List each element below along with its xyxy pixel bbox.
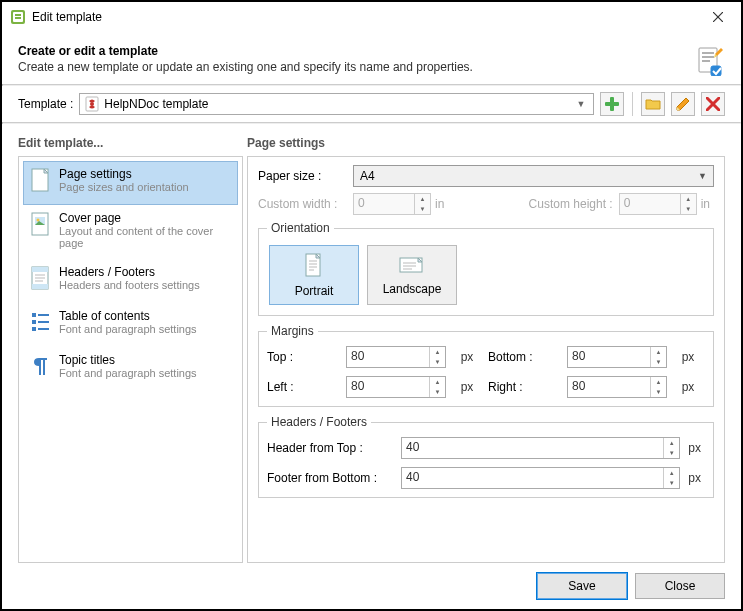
new-template-button[interactable]: [600, 92, 624, 116]
edit-template-button[interactable]: [671, 92, 695, 116]
close-button[interactable]: Close: [635, 573, 725, 599]
sidebar-item-text: Topic titles Font and paragraph settings: [59, 353, 232, 381]
svg-rect-29: [32, 327, 36, 331]
body-area: Edit template... Page settings Page size…: [2, 124, 741, 563]
margin-top-spinner[interactable]: 80 ▲ ▼: [346, 346, 446, 368]
spinner-up-icon: ▲: [415, 194, 430, 204]
spinner-up-icon[interactable]: ▲: [664, 438, 679, 448]
sidebar-item-topic-titles[interactable]: Topic titles Font and paragraph settings: [23, 347, 238, 391]
header-from-top-spinner[interactable]: 40 ▲ ▼: [401, 437, 680, 459]
footer-from-bottom-spinner[interactable]: 40 ▲ ▼: [401, 467, 680, 489]
sidebar-item-cover-page[interactable]: Cover page Layout and content of the cov…: [23, 205, 238, 259]
spinner-up-icon[interactable]: ▲: [651, 377, 666, 387]
margins-grid: Top : 80 ▲ ▼ px Bottom : 80: [267, 346, 705, 398]
template-selected-text: HelpNDoc template: [104, 97, 573, 111]
spinner-up-icon[interactable]: ▲: [651, 347, 666, 357]
footer-from-bottom-value: 40: [402, 468, 663, 488]
delete-icon: [706, 97, 720, 111]
paper-size-combo[interactable]: A4 ▼: [353, 165, 714, 187]
sidebar-item-label: Cover page: [59, 211, 232, 225]
headers-footers-fieldset: Headers / Footers Header from Top : 40 ▲…: [258, 415, 714, 498]
margin-bottom-value: 80: [568, 347, 650, 367]
margins-legend: Margins: [267, 324, 318, 338]
sidebar-item-text: Page settings Page sizes and orientation: [59, 167, 232, 195]
spinner-down-icon[interactable]: ▼: [430, 387, 445, 397]
custom-width-label: Custom width :: [258, 197, 353, 211]
sidebar-item-headers-footers[interactable]: Headers / Footers Headers and footers se…: [23, 259, 238, 303]
spinner-up-icon[interactable]: ▲: [430, 347, 445, 357]
custom-height-unit: in: [701, 197, 710, 211]
custom-height-spinner: 0 ▲ ▼: [619, 193, 697, 215]
footer-from-bottom-label: Footer from Bottom :: [267, 471, 397, 485]
sidebar-item-desc: Headers and footers settings: [59, 279, 232, 291]
margin-right-label: Right :: [488, 380, 563, 394]
custom-width-value: 0: [354, 194, 414, 214]
app-icon: [10, 9, 26, 25]
margin-right-value: 80: [568, 377, 650, 397]
custom-width-spinner: 0 ▲ ▼: [353, 193, 431, 215]
orientation-portrait-button[interactable]: Portrait: [269, 245, 359, 305]
margin-bottom-spinner[interactable]: 80 ▲ ▼: [567, 346, 667, 368]
spinner-buttons: ▲ ▼: [663, 468, 679, 488]
spinner-buttons: ▲ ▼: [680, 194, 696, 214]
orientation-buttons: Portrait Landscape: [267, 243, 705, 307]
spinner-up-icon[interactable]: ▲: [664, 468, 679, 478]
header-text: Create or edit a template Create a new t…: [18, 44, 685, 74]
spinner-down-icon[interactable]: ▼: [430, 357, 445, 367]
spinner-buttons: ▲ ▼: [663, 438, 679, 458]
margin-bottom-label: Bottom :: [488, 350, 563, 364]
svg-rect-28: [32, 320, 36, 324]
spinner-down-icon[interactable]: ▼: [664, 448, 679, 458]
margin-unit: px: [461, 380, 480, 394]
sidebar-item-label: Page settings: [59, 167, 232, 181]
sidebar-item-desc: Page sizes and orientation: [59, 181, 232, 193]
hf-legend: Headers / Footers: [267, 415, 371, 429]
orientation-legend: Orientation: [267, 221, 334, 235]
sidebar-item-label: Headers / Footers: [59, 265, 232, 279]
spinner-up-icon[interactable]: ▲: [430, 377, 445, 387]
spinner-down-icon[interactable]: ▼: [651, 387, 666, 397]
sidebar-item-text: Table of contents Font and paragraph set…: [59, 309, 232, 337]
svg-rect-14: [605, 102, 619, 106]
custom-height-value: 0: [620, 194, 680, 214]
sidebar-item-page-settings[interactable]: Page settings Page sizes and orientation: [23, 161, 238, 205]
delete-template-button[interactable]: [701, 92, 725, 116]
paper-size-value: A4: [360, 169, 698, 183]
spinner-down-icon[interactable]: ▼: [664, 478, 679, 488]
chevron-down-icon: ▼: [573, 99, 589, 109]
pilcrow-icon: [29, 353, 53, 381]
spinner-buttons: ▲ ▼: [650, 377, 666, 397]
custom-width-unit: in: [435, 197, 444, 211]
template-row: Template : HelpNDoc template ▼: [2, 86, 741, 122]
spinner-down-icon: ▼: [681, 204, 696, 214]
headers-footers-icon: [29, 265, 53, 293]
svg-rect-8: [702, 56, 714, 58]
window-close-button[interactable]: [703, 2, 733, 32]
template-dropdown[interactable]: HelpNDoc template ▼: [79, 93, 594, 115]
spinner-up-icon: ▲: [681, 194, 696, 204]
header-title: Create or edit a template: [18, 44, 685, 58]
open-template-button[interactable]: [641, 92, 665, 116]
sidebar-item-toc[interactable]: Table of contents Font and paragraph set…: [23, 303, 238, 347]
custom-height-label: Custom height :: [529, 197, 613, 211]
sidebar-title: Edit template...: [18, 136, 243, 156]
pdf-icon: [84, 96, 100, 112]
margin-left-value: 80: [347, 377, 429, 397]
close-icon: [713, 12, 723, 22]
margin-right-spinner[interactable]: 80 ▲ ▼: [567, 376, 667, 398]
orientation-landscape-button[interactable]: Landscape: [367, 245, 457, 305]
template-label: Template :: [18, 97, 73, 111]
save-button-label: Save: [568, 579, 595, 593]
sidebar-panel: Page settings Page sizes and orientation…: [18, 156, 243, 563]
sidebar-item-desc: Layout and content of the cover page: [59, 225, 232, 249]
margin-left-spinner[interactable]: 80 ▲ ▼: [346, 376, 446, 398]
pencil-icon: [675, 96, 691, 112]
save-button[interactable]: Save: [537, 573, 627, 599]
svg-rect-2: [15, 14, 21, 16]
svg-rect-23: [32, 284, 48, 289]
margin-top-value: 80: [347, 347, 429, 367]
svg-rect-3: [15, 17, 21, 19]
sidebar-item-text: Cover page Layout and content of the cov…: [59, 211, 232, 249]
svg-point-12: [90, 102, 94, 106]
spinner-down-icon[interactable]: ▼: [651, 357, 666, 367]
